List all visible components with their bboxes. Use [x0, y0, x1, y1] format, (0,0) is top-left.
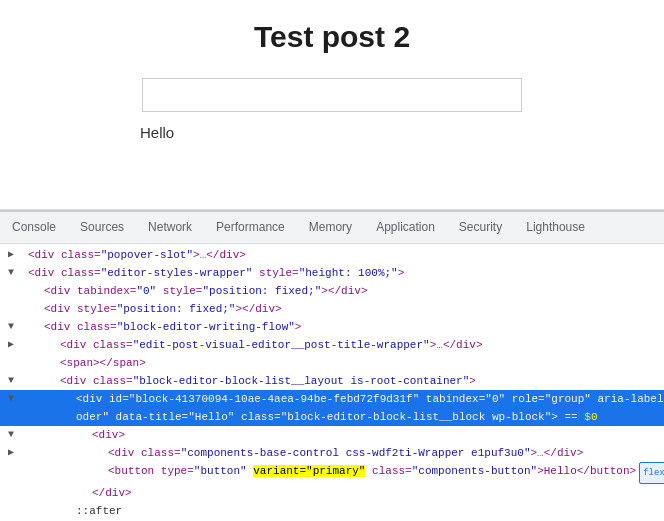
- code-line: ::after: [0, 502, 664, 520]
- code-line-highlighted: ▼ <div id="block-41370094-10ae-4aea-94be…: [0, 390, 664, 408]
- toggle-icon: [8, 408, 20, 426]
- code-line: <span></span>: [0, 354, 664, 372]
- toggle-icon[interactable]: ▼: [8, 372, 20, 390]
- toggle-icon: [8, 462, 20, 480]
- toggle-icon: [8, 300, 20, 318]
- code-line: <div tabindex="0" style="position: fixed…: [0, 282, 664, 300]
- code-line: ▼ <div class="block-editor-block-list__l…: [0, 372, 664, 390]
- flex-badge: flex: [639, 462, 664, 484]
- devtools-panel: Console Sources Network Performance Memo…: [0, 210, 664, 521]
- toggle-icon: [8, 484, 20, 502]
- toggle-icon[interactable]: ▼: [8, 390, 20, 408]
- toggle-icon: [8, 354, 20, 372]
- code-line-button: <button type="button" variant="primary" …: [0, 462, 664, 484]
- editor-area: Test post 2 Hello: [0, 0, 664, 210]
- tab-console[interactable]: Console: [0, 212, 68, 243]
- tab-performance[interactable]: Performance: [204, 212, 297, 243]
- tab-network[interactable]: Network: [136, 212, 204, 243]
- code-line: ▶ <div class="edit-post-visual-editor__p…: [0, 336, 664, 354]
- code-line: ▶ <div class="popover-slot"> … </div>: [0, 246, 664, 264]
- toggle-icon[interactable]: ▶: [8, 444, 20, 462]
- code-line: ▼ <div class="block-editor-writing-flow"…: [0, 318, 664, 336]
- code-line: <div style="position: fixed;"></div>: [0, 300, 664, 318]
- code-line-highlighted-cont: oder" data-title="Hello" class="block-ed…: [0, 408, 664, 426]
- devtools-tabs: Console Sources Network Performance Memo…: [0, 212, 664, 244]
- tab-memory[interactable]: Memory: [297, 212, 364, 243]
- toggle-icon: [8, 502, 20, 520]
- toggle-icon[interactable]: ▼: [8, 426, 20, 444]
- hello-paragraph: Hello: [140, 124, 174, 141]
- toggle-icon[interactable]: ▼: [8, 264, 20, 282]
- toggle-icon[interactable]: ▼: [8, 318, 20, 336]
- tab-security[interactable]: Security: [447, 212, 514, 243]
- toggle-icon[interactable]: ▶: [8, 246, 20, 264]
- code-line: </div>: [0, 484, 664, 502]
- toggle-icon[interactable]: ▶: [8, 336, 20, 354]
- editor-input[interactable]: [142, 78, 522, 112]
- toggle-icon: [8, 282, 20, 300]
- tab-sources[interactable]: Sources: [68, 212, 136, 243]
- code-line: ▶ <div class="components-base-control cs…: [0, 444, 664, 462]
- devtools-content: ▶ <div class="popover-slot"> … </div> ▼ …: [0, 244, 664, 521]
- code-line: ▼ <div>: [0, 426, 664, 444]
- tab-application[interactable]: Application: [364, 212, 447, 243]
- tab-lighthouse[interactable]: Lighthouse: [514, 212, 597, 243]
- code-line: ▼ <div class="editor-styles-wrapper" sty…: [0, 264, 664, 282]
- post-title: Test post 2: [254, 20, 410, 54]
